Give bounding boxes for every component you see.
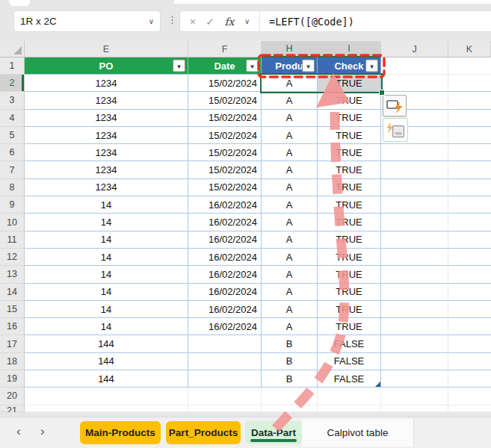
column-header-H[interactable]: H xyxy=(262,41,318,57)
column-header-E[interactable]: E xyxy=(25,41,188,57)
flash-fill-suggestion-button[interactable] xyxy=(383,118,408,142)
cell-F11[interactable]: 16/02/2024 xyxy=(188,231,262,249)
cell-H19[interactable]: B xyxy=(262,370,318,388)
cell-F14[interactable]: 16/02/2024 xyxy=(188,284,262,301)
cell-F12[interactable]: 16/02/2024 xyxy=(188,249,262,266)
cell-J2[interactable] xyxy=(381,75,448,92)
cell-I2[interactable]: TRUE xyxy=(318,75,381,92)
cell-F20[interactable] xyxy=(188,388,262,405)
header-cell-date[interactable]: Date ▾ xyxy=(188,57,262,75)
row-header-14[interactable]: 14 xyxy=(0,284,25,301)
chevron-down-icon[interactable]: ∨ xyxy=(244,17,250,25)
date-filter-button[interactable]: ▾ xyxy=(246,60,259,72)
cell-F16[interactable]: 16/02/2024 xyxy=(188,318,262,335)
sheet-tab-main-products[interactable]: Main-Products xyxy=(80,421,161,444)
cell-H8[interactable]: A xyxy=(262,179,318,196)
cell-F13[interactable]: 16/02/2024 xyxy=(188,266,262,283)
cell-K5[interactable] xyxy=(448,127,491,144)
product-filter-button[interactable]: ▾ xyxy=(302,60,315,72)
cell-K14[interactable] xyxy=(448,284,491,301)
cell-J15[interactable] xyxy=(381,301,448,318)
cell-H11[interactable]: A xyxy=(262,231,318,249)
row-header-18[interactable]: 18 xyxy=(0,353,25,370)
cell-J19[interactable] xyxy=(381,370,448,388)
cell-F10[interactable]: 16/02/2024 xyxy=(188,214,262,231)
cell-H21[interactable] xyxy=(262,405,318,412)
row-header-13[interactable]: 13 xyxy=(0,266,25,283)
table-resize-handle[interactable] xyxy=(375,382,380,387)
cell-I6[interactable]: TRUE xyxy=(318,144,381,161)
header-cell-po[interactable]: PO ▾ xyxy=(25,57,188,75)
cell-F5[interactable]: 15/02/2024 xyxy=(188,127,262,144)
row-header-19[interactable]: 19 xyxy=(0,370,25,388)
cell-I4[interactable]: TRUE xyxy=(318,110,381,127)
cell-I18[interactable]: FALSE xyxy=(318,353,381,370)
cell-J12[interactable] xyxy=(381,249,448,266)
cell-E13[interactable]: 14 xyxy=(25,266,188,283)
cell-E9[interactable]: 14 xyxy=(25,196,188,214)
column-header-F[interactable]: F xyxy=(188,41,262,57)
cell-J20[interactable] xyxy=(381,388,448,405)
cell-K7[interactable] xyxy=(448,161,491,178)
cancel-icon[interactable]: × xyxy=(190,16,196,28)
cell-J7[interactable] xyxy=(381,161,448,178)
cell-E18[interactable]: 144 xyxy=(25,353,188,370)
cell-J1[interactable] xyxy=(381,57,448,75)
row-header-17[interactable]: 17 xyxy=(0,335,25,352)
cell-I19[interactable]: FALSE xyxy=(318,370,381,388)
cell-K15[interactable] xyxy=(448,301,491,318)
cell-J11[interactable] xyxy=(381,231,448,249)
row-header-15[interactable]: 15 xyxy=(0,301,25,318)
cell-E17[interactable]: 144 xyxy=(25,335,188,352)
row-header-10[interactable]: 10 xyxy=(0,214,25,231)
cell-I12[interactable]: TRUE xyxy=(318,249,381,266)
column-header-K[interactable]: K xyxy=(448,41,491,57)
cell-I13[interactable]: TRUE xyxy=(318,266,381,283)
column-header-I[interactable]: I xyxy=(318,41,381,57)
cell-K8[interactable] xyxy=(448,179,491,196)
cell-J6[interactable] xyxy=(381,144,448,161)
cell-H10[interactable]: A xyxy=(262,214,318,231)
cell-K19[interactable] xyxy=(448,370,491,388)
column-header-J[interactable]: J xyxy=(381,41,448,57)
cell-K21[interactable] xyxy=(448,405,491,412)
cell-K6[interactable] xyxy=(448,144,491,161)
cell-E14[interactable]: 14 xyxy=(25,284,188,301)
header-cell-product[interactable]: Produ ▾ xyxy=(262,57,318,75)
cell-H15[interactable]: A xyxy=(262,301,318,318)
row-header-8[interactable]: 8 xyxy=(0,179,25,196)
cell-I8[interactable]: TRUE xyxy=(318,179,381,196)
cell-I14[interactable]: TRUE xyxy=(318,284,381,301)
chevron-down-icon[interactable]: ∨ xyxy=(149,17,154,25)
cell-H20[interactable] xyxy=(262,388,318,405)
cell-F7[interactable]: 15/02/2024 xyxy=(188,161,262,178)
row-header-7[interactable]: 7 xyxy=(0,161,25,178)
row-header-11[interactable]: 11 xyxy=(0,231,25,249)
cell-E2[interactable]: 1234 xyxy=(25,75,188,92)
cell-I9[interactable]: TRUE xyxy=(318,196,381,214)
cell-E4[interactable]: 1234 xyxy=(25,110,188,127)
cell-K13[interactable] xyxy=(448,266,491,283)
cell-J21[interactable] xyxy=(381,405,448,412)
cell-J10[interactable] xyxy=(381,214,448,231)
cell-K1[interactable] xyxy=(448,57,491,75)
cell-F9[interactable]: 16/02/2024 xyxy=(188,196,262,214)
header-cell-check[interactable]: Check ▾ xyxy=(318,57,381,75)
cell-E20[interactable] xyxy=(25,388,188,405)
cell-H9[interactable]: A xyxy=(262,196,318,214)
cell-J9[interactable] xyxy=(381,196,448,214)
cell-H16[interactable]: A xyxy=(262,318,318,335)
cell-E3[interactable]: 1234 xyxy=(25,92,188,109)
row-header-1[interactable]: 1 xyxy=(0,57,25,75)
cell-K16[interactable] xyxy=(448,318,491,335)
cell-H13[interactable]: A xyxy=(262,266,318,283)
cell-K10[interactable] xyxy=(448,214,491,231)
cell-H6[interactable]: A xyxy=(262,144,318,161)
cell-E10[interactable]: 14 xyxy=(25,214,188,231)
sheet-tab-data-part[interactable]: Data-Part xyxy=(245,421,302,444)
cell-E6[interactable]: 1234 xyxy=(25,144,188,161)
cell-H5[interactable]: A xyxy=(262,127,318,144)
cell-E21[interactable] xyxy=(25,405,188,412)
cell-E12[interactable]: 14 xyxy=(25,249,188,266)
row-header-2[interactable]: 2 xyxy=(0,75,25,92)
